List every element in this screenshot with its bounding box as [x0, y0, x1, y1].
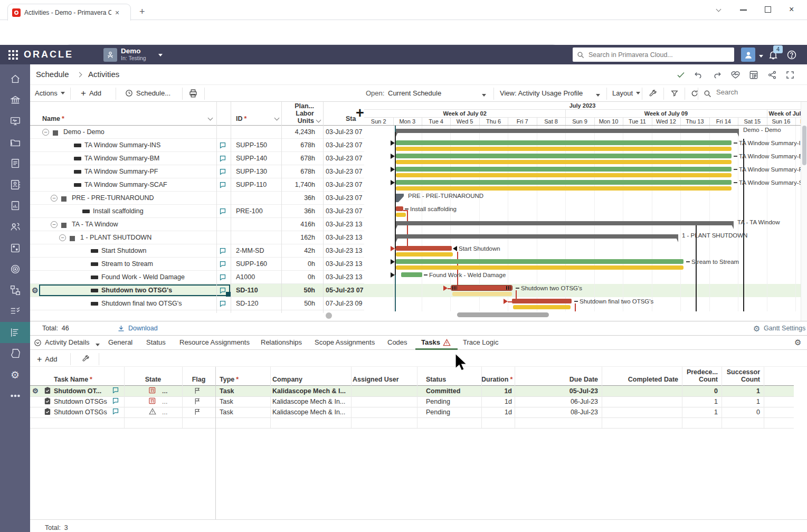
- name-column-menu-icon[interactable]: [208, 116, 213, 121]
- activity-row[interactable]: TA Window Summary-PF SUPP-130 678h 03-Ju…: [30, 165, 364, 178]
- browser-tab[interactable]: Activities - Demo - Primavera Clo ×: [7, 4, 131, 21]
- collapse-toggle-icon[interactable]: −: [59, 234, 66, 241]
- summary-bar[interactable]: [396, 221, 734, 225]
- baseline-bar[interactable]: [396, 252, 453, 256]
- tab-status[interactable]: Status: [146, 338, 166, 346]
- sidebar-item-portfolio[interactable]: [0, 90, 30, 111]
- collapse-toggle-icon[interactable]: −: [42, 129, 49, 136]
- comment-icon[interactable]: [219, 300, 226, 307]
- filter-icon[interactable]: [670, 89, 679, 98]
- gantt-bar[interactable]: [396, 246, 452, 251]
- task-row[interactable]: ⚙ Shutdown OT... ... Task Kalidascope Me…: [30, 386, 794, 396]
- sidebar-item-task-list[interactable]: [0, 301, 30, 322]
- download-icon[interactable]: [117, 325, 125, 332]
- baseline-bar[interactable]: [396, 147, 732, 151]
- comment-icon[interactable]: [219, 142, 226, 149]
- sidebar-item-workflow[interactable]: [0, 280, 30, 301]
- check-icon[interactable]: [676, 70, 686, 80]
- view-select-caret-icon[interactable]: [596, 94, 600, 99]
- sidebar-item-reports[interactable]: [0, 195, 30, 216]
- collapse-toggle-icon[interactable]: −: [51, 221, 58, 228]
- activity-row[interactable]: TA Window Summary-SCAF SUPP-110 1,740h 0…: [30, 178, 364, 192]
- tab-relationships[interactable]: Relationships: [261, 338, 302, 346]
- comment-icon[interactable]: [219, 182, 226, 188]
- activity-row[interactable]: Start Shutdown 2-MM-SD 42h 03-Jul-23 13: [30, 244, 364, 258]
- collapse-toggle-icon[interactable]: −: [51, 195, 58, 202]
- sidebar-item-dashboard[interactable]: [0, 111, 30, 132]
- sidebar-item-resources[interactable]: [0, 216, 30, 238]
- comment-icon[interactable]: [219, 155, 226, 162]
- selection-handle[interactable]: [226, 292, 231, 297]
- schedule-button[interactable]: Schedule...: [125, 85, 170, 101]
- task-row[interactable]: Shutdown OTSGs ... Task Kalidascope Mech…: [30, 407, 794, 417]
- comment-icon[interactable]: [112, 408, 119, 415]
- activity-row[interactable]: −PRE - PRE-TURNAROUND 36h 03-Jul-23 07: [30, 192, 364, 205]
- col-id-header[interactable]: ID: [236, 115, 243, 122]
- activity-row[interactable]: Stream to Stream SUPP-160 0h 03-Jul-23 1…: [30, 258, 364, 271]
- sidebar-item-objectives[interactable]: [0, 259, 30, 280]
- details-selector-caret-icon[interactable]: [96, 344, 100, 348]
- gantt-bar[interactable]: [396, 154, 732, 158]
- gantt-bar[interactable]: [396, 206, 403, 211]
- summary-bar[interactable]: [396, 129, 739, 133]
- sidebar-item-settings[interactable]: ⚙: [0, 364, 30, 385]
- actions-button[interactable]: Actions: [35, 85, 65, 101]
- summary-bar[interactable]: [396, 234, 678, 239]
- activity-row[interactable]: Install scaffolding PRE-100 36h 03-Jul-2…: [30, 205, 364, 218]
- tab-scope-assignments[interactable]: Scope Assignments: [315, 338, 375, 346]
- units-column-menu-icon[interactable]: [316, 118, 321, 123]
- window-close-icon[interactable]: ×: [789, 5, 794, 14]
- user-avatar[interactable]: [741, 48, 755, 62]
- row-gear-icon[interactable]: ⚙: [32, 387, 39, 395]
- baseline-bar[interactable]: [396, 173, 732, 177]
- activity-row[interactable]: TA Window Summary-INS SUPP-150 678h 03-J…: [30, 139, 364, 152]
- gantt-bar[interactable]: [512, 299, 572, 303]
- print-icon[interactable]: [188, 89, 198, 98]
- download-link[interactable]: Download: [128, 325, 158, 332]
- user-menu-caret-icon[interactable]: [759, 55, 763, 60]
- row-gear-icon[interactable]: ⚙: [32, 286, 39, 294]
- activity-row[interactable]: Found Work - Weld Damage A1000 0h 03-Jul…: [30, 271, 364, 284]
- activity-row[interactable]: ⚙ Shutdown two OTSG's SD-110 50h 05-Jul-…: [30, 284, 364, 297]
- health-score-icon[interactable]: [730, 70, 740, 80]
- table-search-input[interactable]: [715, 88, 778, 97]
- open-schedule-select[interactable]: Current Schedule: [388, 85, 441, 101]
- share-icon[interactable]: [767, 70, 777, 80]
- col-start-header[interactable]: Sta: [346, 115, 356, 122]
- comment-icon[interactable]: [219, 261, 226, 268]
- comment-icon[interactable]: [219, 168, 226, 175]
- new-tab-button[interactable]: +: [139, 6, 145, 17]
- apps-grid-icon[interactable]: [8, 50, 18, 60]
- sidebar-item-schedule-gantt[interactable]: [0, 322, 30, 343]
- state-more[interactable]: ...: [162, 387, 167, 395]
- col-units-header[interactable]: Plan...LaborUnits: [281, 102, 314, 125]
- undo-icon[interactable]: [694, 70, 704, 80]
- gantt-hscrollbar-thumb[interactable]: [457, 312, 549, 317]
- layout-button[interactable]: Layout: [612, 85, 640, 101]
- gantt-bar[interactable]: [396, 167, 732, 172]
- add-activity-button[interactable]: +Add: [81, 85, 101, 101]
- state-more[interactable]: ...: [162, 408, 167, 416]
- global-search-input[interactable]: [587, 51, 730, 59]
- details-settings-gear-icon[interactable]: ⚙: [794, 338, 801, 347]
- sidebar-item-more[interactable]: [0, 385, 30, 406]
- collapse-details-icon[interactable]: [34, 339, 42, 347]
- tab-tasks[interactable]: Tasks: [421, 338, 440, 346]
- baseline-bar[interactable]: [396, 265, 683, 270]
- tab-codes[interactable]: Codes: [387, 338, 407, 346]
- comment-icon[interactable]: [219, 248, 226, 254]
- comment-icon[interactable]: [219, 287, 226, 294]
- tab-general[interactable]: General: [108, 338, 132, 346]
- sidebar-item-documents[interactable]: [0, 153, 30, 174]
- baseline-bar[interactable]: [396, 213, 406, 217]
- workspace-name[interactable]: Demo: [121, 47, 141, 55]
- comment-icon[interactable]: [112, 397, 119, 404]
- cost-sheet-icon[interactable]: [749, 70, 758, 80]
- comment-icon[interactable]: [219, 208, 226, 215]
- global-search[interactable]: [573, 48, 734, 62]
- tab-resource-assignments[interactable]: Resource Assignments: [179, 338, 250, 346]
- comment-icon[interactable]: [112, 387, 119, 394]
- window-chevron-icon[interactable]: [716, 7, 721, 12]
- col-name-header[interactable]: Name: [42, 115, 60, 122]
- task-row[interactable]: Shutdown OTSGs ... Task Kalidascope Mech…: [30, 396, 794, 407]
